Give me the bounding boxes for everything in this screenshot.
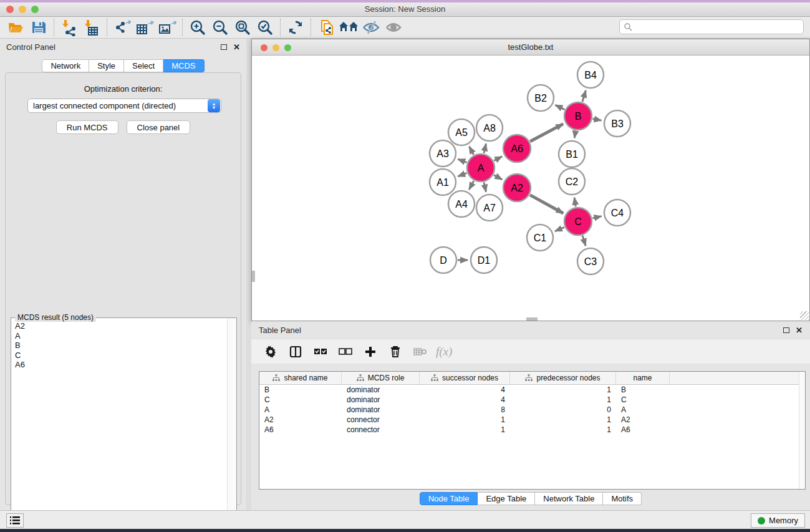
- minimize-network-button[interactable]: [272, 44, 279, 51]
- search-box[interactable]: [619, 19, 804, 34]
- deselect-all-icon[interactable]: [336, 342, 355, 361]
- cell-successor-nodes[interactable]: 4: [420, 385, 510, 395]
- graph-edge-B-B2[interactable]: [555, 105, 564, 109]
- result-item-b[interactable]: B: [11, 340, 227, 350]
- graph-node-B1[interactable]: B1: [559, 141, 585, 167]
- result-item-a[interactable]: A: [11, 331, 227, 341]
- graph-edge-A-A7[interactable]: [484, 182, 486, 191]
- close-panel-button[interactable]: Close panel: [127, 120, 191, 134]
- cell-successor-nodes[interactable]: 1: [420, 425, 510, 435]
- table-tab-network-table[interactable]: Network Table: [535, 492, 603, 505]
- graph-node-C3[interactable]: C3: [577, 248, 604, 274]
- show-all-eye-icon[interactable]: [382, 18, 405, 37]
- float-table-panel-icon[interactable]: [783, 327, 789, 333]
- table-row[interactable]: A2connector11A2: [259, 415, 805, 425]
- graph-edge-B-B1[interactable]: [574, 131, 576, 138]
- apply-function-icon[interactable]: f(x): [436, 342, 452, 361]
- column-header-successor-nodes[interactable]: successor nodes: [420, 372, 510, 384]
- zoom-fit-icon[interactable]: [231, 18, 254, 37]
- table-tab-edge-table[interactable]: Edge Table: [478, 492, 535, 505]
- tab-network[interactable]: Network: [42, 59, 89, 72]
- network-canvas[interactable]: AA1A2A3A4A5A6A7A8BB1B2B3B4CC1C2C3C4DD1: [252, 56, 809, 321]
- select-all-icon[interactable]: [311, 342, 330, 361]
- graph-node-D[interactable]: D: [430, 247, 456, 273]
- graph-edge-C-C3[interactable]: [582, 236, 586, 246]
- graph-edge-A6-B[interactable]: [530, 124, 563, 142]
- add-row-icon[interactable]: [361, 342, 380, 361]
- tab-mcds[interactable]: MCDS: [163, 59, 204, 72]
- table-row[interactable]: Adominator80A: [259, 405, 805, 415]
- result-item-a6[interactable]: A6: [11, 359, 227, 369]
- cell-predecessor-nodes[interactable]: 1: [510, 385, 616, 395]
- cell-MCDS-role[interactable]: dominator: [342, 395, 420, 405]
- cell-MCDS-role[interactable]: dominator: [342, 385, 420, 395]
- cell-shared-name[interactable]: A6: [259, 425, 342, 435]
- cell-name[interactable]: A: [616, 405, 670, 415]
- graph-edge-A-A6[interactable]: [494, 157, 502, 161]
- cell-MCDS-role[interactable]: dominator: [342, 405, 420, 415]
- table-tab-node-table[interactable]: Node Table: [420, 492, 478, 505]
- graph-edge-A-A3[interactable]: [458, 159, 466, 162]
- mcds-result-list[interactable]: A2ABCA6: [11, 321, 227, 526]
- cell-predecessor-nodes[interactable]: 0: [510, 405, 616, 415]
- save-session-icon[interactable]: [27, 18, 50, 37]
- graph-edge-A-A1[interactable]: [458, 173, 466, 176]
- cell-successor-nodes[interactable]: 4: [420, 395, 510, 405]
- graph-node-A5[interactable]: A5: [448, 119, 475, 145]
- cell-MCDS-role[interactable]: connector: [342, 415, 420, 425]
- graph-node-A[interactable]: A: [467, 154, 494, 181]
- memory-button[interactable]: Memory: [751, 513, 805, 528]
- panel-splitter[interactable]: [246, 39, 251, 510]
- graph-node-B3[interactable]: B3: [604, 110, 630, 137]
- zoom-in-icon[interactable]: [186, 18, 209, 37]
- cell-MCDS-role[interactable]: connector: [342, 425, 420, 435]
- graph-node-A1[interactable]: A1: [430, 169, 456, 195]
- close-panel-icon[interactable]: ✕: [233, 42, 240, 52]
- maximize-network-button[interactable]: [284, 44, 291, 51]
- table-row[interactable]: A6connector11A6: [259, 425, 805, 435]
- cell-shared-name[interactable]: A: [259, 405, 342, 415]
- table-row[interactable]: Bdominator41B: [259, 385, 805, 395]
- table-row[interactable]: Cdominator41C: [259, 395, 805, 405]
- graph-node-D1[interactable]: D1: [471, 247, 497, 273]
- result-list-scrollbar[interactable]: [227, 318, 236, 528]
- home-icon[interactable]: [337, 18, 360, 37]
- search-input[interactable]: [632, 22, 794, 31]
- delete-row-icon[interactable]: [386, 342, 405, 361]
- close-window-button[interactable]: [6, 6, 14, 13]
- graph-edge-A-A5[interactable]: [469, 147, 473, 155]
- graph-edge-C-C1[interactable]: [555, 227, 564, 231]
- cell-predecessor-nodes[interactable]: 1: [510, 415, 616, 425]
- cell-shared-name[interactable]: B: [259, 385, 342, 395]
- graph-node-C4[interactable]: C4: [604, 200, 630, 226]
- column-header-name[interactable]: name: [616, 372, 670, 384]
- export-table-icon[interactable]: [133, 18, 156, 37]
- zoom-out-icon[interactable]: [209, 18, 231, 37]
- export-image-icon[interactable]: [156, 18, 178, 37]
- graph-node-A7[interactable]: A7: [476, 195, 503, 221]
- column-header-predecessor-nodes[interactable]: predecessor nodes: [510, 372, 616, 384]
- cell-name[interactable]: A2: [616, 415, 670, 425]
- graph-node-A6[interactable]: A6: [503, 135, 531, 162]
- graph-node-A8[interactable]: A8: [476, 115, 503, 141]
- result-item-c[interactable]: C: [11, 350, 227, 360]
- network-horizontal-scrollbar[interactable]: [526, 317, 538, 321]
- task-list-icon[interactable]: [6, 513, 24, 528]
- maximize-window-button[interactable]: [31, 6, 39, 13]
- graph-node-C1[interactable]: C1: [527, 225, 553, 251]
- network-window-titlebar[interactable]: testGlobe.txt: [252, 39, 809, 56]
- cell-shared-name[interactable]: C: [259, 395, 342, 405]
- float-panel-icon[interactable]: [221, 44, 227, 50]
- columns-icon[interactable]: [286, 342, 305, 361]
- graph-edge-A-A8[interactable]: [484, 143, 486, 153]
- hide-selected-eye-icon[interactable]: [360, 18, 382, 37]
- graph-node-A3[interactable]: A3: [430, 140, 456, 167]
- run-mcds-button[interactable]: Run MCDS: [56, 120, 118, 134]
- graph-edge-C-C2[interactable]: [574, 198, 576, 207]
- table-tab-motifs[interactable]: Motifs: [603, 492, 642, 505]
- tab-select[interactable]: Select: [124, 59, 163, 72]
- graph-edge-A-A2[interactable]: [494, 175, 502, 180]
- import-table-icon[interactable]: [80, 18, 103, 37]
- delete-table-icon[interactable]: [411, 342, 430, 361]
- cell-successor-nodes[interactable]: 8: [420, 405, 510, 415]
